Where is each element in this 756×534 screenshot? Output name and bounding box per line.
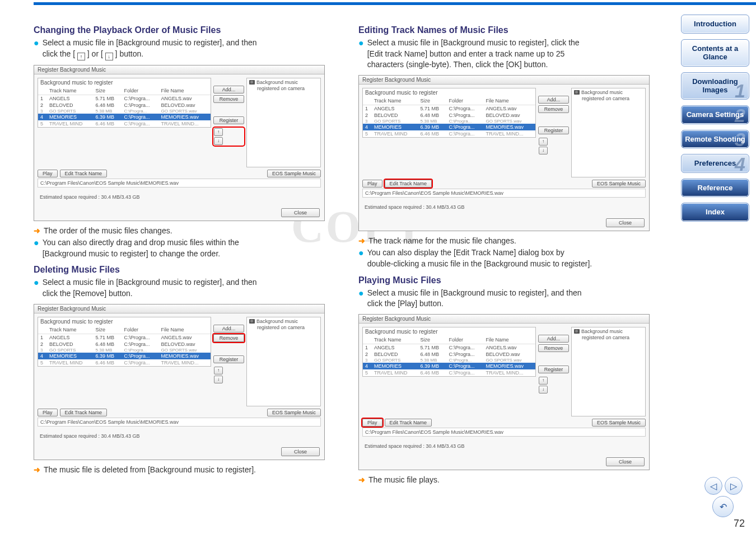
nav-introduction[interactable]: Introduction — [681, 15, 749, 34]
register-button[interactable]: Register — [213, 355, 244, 363]
add-button[interactable]: Add... — [213, 325, 244, 332]
table-row: 1ANGELS5.71 MBC:\Progra...ANGELS.wav — [363, 105, 535, 112]
nav-remote-shooting[interactable]: Remote Shooting3 — [681, 130, 749, 149]
section-number: 1 — [735, 79, 745, 100]
table-row: 3GO SPORTS5.38 MBC:\Progra...GO SPORTS.w… — [363, 119, 535, 124]
edit-track-button[interactable]: Edit Track Name — [385, 419, 432, 427]
path-field: C:\Program Files\Canon\EOS Sample Music\… — [362, 428, 646, 437]
arrow-icon: ➜ — [34, 226, 40, 237]
register-button[interactable]: Register — [538, 366, 569, 373]
bullet-icon: ● — [358, 288, 364, 298]
move-up-button[interactable]: ↑ — [539, 377, 548, 385]
group-label: Background music to register — [363, 88, 535, 97]
edit-track-button[interactable]: Edit Track Name — [60, 409, 108, 416]
table-row: 2BELOVED6.48 MBC:\Progra...BELOVED.wav — [363, 351, 535, 358]
heading-deleting: Deleting Music Files — [34, 265, 342, 275]
dialog-title: Register Background Music — [34, 305, 324, 313]
remove-button[interactable]: Remove — [213, 95, 244, 103]
screenshot-change-order: Register Background Music Background mus… — [34, 65, 325, 221]
estimated-space: Estimated space required : 30.4 MB/3.43 … — [362, 442, 646, 450]
group-label: Background music to register — [363, 327, 535, 336]
arrow-icon: ➜ — [34, 465, 40, 476]
move-down-button[interactable]: ↓ — [214, 137, 223, 145]
text: You can also directly drag and drop musi… — [43, 237, 239, 259]
close-button[interactable]: Close — [281, 447, 320, 456]
dialog-title: Register Background Music — [359, 76, 649, 85]
add-button[interactable]: Add... — [538, 335, 569, 343]
eos-sample-button[interactable]: EOS Sample Music — [267, 409, 321, 416]
track-list: Background music to register Track NameS… — [362, 88, 536, 138]
path-field: C:\Program Files\Canon\EOS Sample Music\… — [362, 189, 646, 198]
add-button[interactable]: Add... — [213, 86, 244, 93]
table-row: 2BELOVED6.48 MBC:\Progra...BELOVED.wav — [363, 112, 535, 119]
dialog-title: Register Background Music — [359, 315, 649, 324]
add-button[interactable]: Add... — [538, 96, 569, 104]
prev-page-button[interactable]: ◁ — [704, 477, 722, 495]
table-row: 3GO SPORTS5.38 MBC:\Progra...GO SPORTS.w… — [38, 109, 211, 114]
nav-contents[interactable]: Contents at a Glance — [681, 39, 749, 67]
edit-track-button[interactable]: Edit Track Name — [60, 170, 108, 177]
path-field: C:\Program Files\Canon\EOS Sample Music\… — [38, 418, 321, 427]
track-list: Background music to register Track NameS… — [38, 78, 211, 128]
table-row-selected: 4MEMORIES6.39 MBC:\Progra...MEMORIES.wav — [38, 114, 211, 120]
next-page-button[interactable]: ▷ — [725, 477, 743, 495]
dialog-title: Register Background Music — [34, 65, 324, 74]
play-button[interactable]: Play — [38, 409, 58, 416]
close-button[interactable]: Close — [606, 457, 645, 466]
eos-sample-button[interactable]: EOS Sample Music — [592, 419, 646, 427]
registered-panel: Background music registered on camera — [246, 78, 321, 167]
bullet-icon: ● — [34, 277, 39, 288]
section-number: 4 — [735, 154, 745, 173]
header-rule — [34, 2, 756, 4]
remove-button[interactable]: Remove — [538, 344, 569, 352]
close-button[interactable]: Close — [281, 208, 320, 217]
arrow-icon: ➜ — [358, 236, 365, 247]
heading-change-order: Changing the Playback Order of Music Fil… — [34, 25, 342, 35]
text: Select a music file in [Background music… — [43, 277, 257, 299]
move-up-button[interactable]: ↑ — [214, 367, 223, 374]
sidebar-nav: Introduction Contents at a Glance Downlo… — [681, 15, 749, 222]
move-up-button[interactable]: ↑ — [214, 128, 223, 136]
table-row: 1ANGELS5.71 MBC:\Progra...ANGELS.wav — [363, 344, 535, 351]
right-column: Editing Track Names of Music Files ● Sel… — [358, 25, 666, 486]
nav-camera-settings[interactable]: Camera Settings2 — [681, 105, 749, 124]
play-button[interactable]: Play — [362, 180, 382, 188]
register-button[interactable]: Register — [538, 127, 569, 134]
close-button[interactable]: Close — [606, 218, 645, 227]
move-down-button[interactable]: ↓ — [539, 386, 548, 394]
nav-reference[interactable]: Reference — [681, 179, 749, 198]
nav-label: Contents at a Glance — [692, 44, 738, 62]
table-row: 5TRAVEL MIND6.46 MBC:\Progra...TRAVEL MI… — [38, 120, 211, 127]
play-button[interactable]: Play — [38, 170, 58, 177]
table-row-selected: 4MEMORIES6.39 MBC:\Progra...MEMORIES.wav — [363, 124, 535, 130]
screenshot-play: Register Background Music Background mus… — [358, 314, 650, 470]
result-text: The music file plays. — [368, 475, 440, 486]
eos-sample-button[interactable]: EOS Sample Music — [267, 170, 321, 177]
heading-playing: Playing Music Files — [358, 275, 666, 285]
text: Select a music file in [Background music… — [367, 288, 582, 310]
table-row: 5TRAVEL MIND6.46 MBC:\Progra...TRAVEL MI… — [363, 369, 535, 376]
remove-button[interactable]: Remove — [538, 105, 569, 113]
move-down-button[interactable]: ↓ — [539, 147, 548, 154]
text: Select a music file in [Background music… — [43, 38, 257, 60]
eos-sample-button[interactable]: EOS Sample Music — [592, 180, 646, 188]
table-row: 1ANGELS5.71 MBC:\Progra...ANGELS.wav — [38, 95, 211, 102]
bullet-icon: ● — [358, 247, 364, 258]
move-up-button[interactable]: ↑ — [539, 138, 548, 146]
table-row: 3GO SPORTS5.38 MBC:\Progra...GO SPORTS.w… — [38, 348, 211, 353]
nav-preferences[interactable]: Preferences4 — [681, 154, 749, 173]
table-row: 2BELOVED6.48 MBC:\Progra...BELOVED.wav — [38, 341, 211, 348]
nav-downloading[interactable]: Downloading Images1 — [681, 72, 749, 100]
play-button-highlight[interactable]: Play — [362, 419, 382, 427]
edit-track-button-highlight[interactable]: Edit Track Name — [385, 180, 432, 188]
nav-index[interactable]: Index — [681, 203, 749, 222]
register-button[interactable]: Register — [213, 116, 244, 124]
button-column: Add... Remove Register ↑ ↓ — [213, 78, 244, 146]
back-home-button[interactable]: ↶ — [712, 496, 734, 517]
camera-icon — [249, 319, 255, 324]
remove-button-highlight[interactable]: Remove — [213, 334, 244, 342]
move-down-button[interactable]: ↓ — [214, 376, 223, 383]
screenshot-edit-name: Register Background Music Background mus… — [358, 75, 650, 231]
camera-icon — [574, 90, 580, 95]
table-row: 5TRAVEL MIND6.46 MBC:\Progra...TRAVEL MI… — [363, 130, 535, 137]
